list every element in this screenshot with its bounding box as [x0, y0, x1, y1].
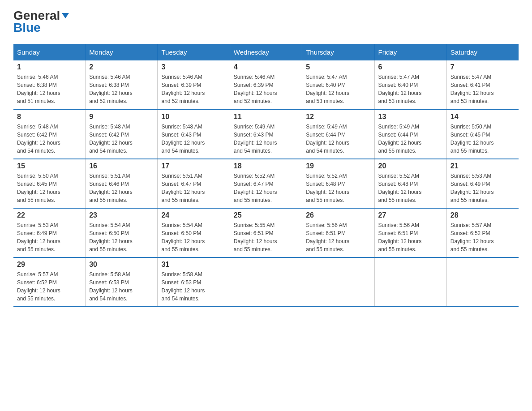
day-number: 7	[450, 63, 515, 71]
day-info: Sunrise: 5:52 AM Sunset: 6:47 PM Dayligh…	[234, 172, 298, 204]
week-row-5: 29 Sunrise: 5:57 AM Sunset: 6:52 PM Dayl…	[13, 257, 519, 307]
day-number: 13	[378, 113, 443, 121]
day-info: Sunrise: 5:50 AM Sunset: 6:45 PM Dayligh…	[17, 172, 82, 204]
day-info: Sunrise: 5:58 AM Sunset: 6:53 PM Dayligh…	[89, 270, 154, 303]
calendar-cell: 17 Sunrise: 5:51 AM Sunset: 6:47 PM Dayl…	[158, 159, 230, 208]
day-info: Sunrise: 5:49 AM Sunset: 6:44 PM Dayligh…	[378, 123, 443, 155]
calendar-cell: 14 Sunrise: 5:50 AM Sunset: 6:45 PM Dayl…	[446, 110, 519, 159]
day-number: 11	[234, 113, 298, 121]
calendar-cell: 3 Sunrise: 5:46 AM Sunset: 6:39 PM Dayli…	[158, 60, 230, 110]
calendar-cell: 26 Sunrise: 5:56 AM Sunset: 6:51 PM Dayl…	[302, 208, 374, 257]
calendar-cell: 21 Sunrise: 5:53 AM Sunset: 6:49 PM Dayl…	[446, 159, 519, 208]
day-number: 24	[161, 211, 226, 219]
calendar-cell: 5 Sunrise: 5:47 AM Sunset: 6:40 PM Dayli…	[302, 60, 374, 110]
logo-blue: Blue	[13, 21, 41, 35]
calendar-cell	[374, 257, 446, 307]
header-wednesday: Wednesday	[230, 44, 302, 60]
header-thursday: Thursday	[302, 44, 374, 60]
day-info: Sunrise: 5:56 AM Sunset: 6:51 PM Dayligh…	[378, 221, 443, 253]
calendar-cell: 13 Sunrise: 5:49 AM Sunset: 6:44 PM Dayl…	[374, 110, 446, 159]
calendar-cell: 9 Sunrise: 5:48 AM Sunset: 6:42 PM Dayli…	[86, 110, 158, 159]
calendar-cell: 18 Sunrise: 5:52 AM Sunset: 6:47 PM Dayl…	[230, 159, 302, 208]
day-number: 1	[17, 63, 82, 71]
calendar-cell: 20 Sunrise: 5:52 AM Sunset: 6:48 PM Dayl…	[374, 159, 446, 208]
day-info: Sunrise: 5:54 AM Sunset: 6:50 PM Dayligh…	[89, 221, 154, 253]
calendar-cell: 25 Sunrise: 5:55 AM Sunset: 6:51 PM Dayl…	[230, 208, 302, 257]
day-info: Sunrise: 5:48 AM Sunset: 6:43 PM Dayligh…	[161, 123, 226, 155]
header-saturday: Saturday	[446, 44, 519, 60]
week-row-2: 8 Sunrise: 5:48 AM Sunset: 6:42 PM Dayli…	[13, 110, 519, 159]
header-friday: Friday	[374, 44, 446, 60]
day-info: Sunrise: 5:56 AM Sunset: 6:51 PM Dayligh…	[306, 221, 370, 253]
calendar-cell	[302, 257, 374, 307]
calendar-cell: 31 Sunrise: 5:58 AM Sunset: 6:53 PM Dayl…	[158, 257, 230, 307]
day-number: 20	[378, 162, 443, 170]
day-info: Sunrise: 5:51 AM Sunset: 6:47 PM Dayligh…	[161, 172, 226, 204]
day-number: 15	[17, 162, 82, 170]
calendar-cell: 16 Sunrise: 5:51 AM Sunset: 6:46 PM Dayl…	[86, 159, 158, 208]
day-number: 14	[450, 113, 515, 121]
calendar-cell: 24 Sunrise: 5:54 AM Sunset: 6:50 PM Dayl…	[158, 208, 230, 257]
calendar-cell: 2 Sunrise: 5:46 AM Sunset: 6:38 PM Dayli…	[86, 60, 158, 110]
day-number: 9	[89, 113, 154, 121]
calendar-cell: 27 Sunrise: 5:56 AM Sunset: 6:51 PM Dayl…	[374, 208, 446, 257]
calendar-cell: 11 Sunrise: 5:49 AM Sunset: 6:43 PM Dayl…	[230, 110, 302, 159]
day-info: Sunrise: 5:46 AM Sunset: 6:38 PM Dayligh…	[89, 73, 154, 105]
day-number: 21	[450, 162, 515, 170]
day-info: Sunrise: 5:52 AM Sunset: 6:48 PM Dayligh…	[378, 172, 443, 204]
day-info: Sunrise: 5:52 AM Sunset: 6:48 PM Dayligh…	[306, 172, 370, 204]
day-info: Sunrise: 5:47 AM Sunset: 6:40 PM Dayligh…	[306, 73, 370, 105]
page-header: General Blue	[13, 9, 519, 35]
calendar-table: SundayMondayTuesdayWednesdayThursdayFrid…	[13, 44, 519, 307]
week-row-3: 15 Sunrise: 5:50 AM Sunset: 6:45 PM Dayl…	[13, 159, 519, 208]
day-number: 4	[234, 63, 298, 71]
calendar-cell: 22 Sunrise: 5:53 AM Sunset: 6:49 PM Dayl…	[13, 208, 86, 257]
day-info: Sunrise: 5:54 AM Sunset: 6:50 PM Dayligh…	[161, 221, 226, 253]
day-number: 29	[17, 261, 82, 269]
day-number: 3	[161, 63, 226, 71]
day-number: 23	[89, 211, 154, 219]
day-number: 5	[306, 63, 370, 71]
header-tuesday: Tuesday	[158, 44, 230, 60]
day-info: Sunrise: 5:58 AM Sunset: 6:53 PM Dayligh…	[161, 270, 226, 303]
day-number: 31	[161, 261, 226, 269]
day-info: Sunrise: 5:48 AM Sunset: 6:42 PM Dayligh…	[17, 123, 82, 155]
day-number: 8	[17, 113, 82, 121]
calendar-cell: 19 Sunrise: 5:52 AM Sunset: 6:48 PM Dayl…	[302, 159, 374, 208]
calendar-cell: 1 Sunrise: 5:46 AM Sunset: 6:38 PM Dayli…	[13, 60, 86, 110]
day-info: Sunrise: 5:50 AM Sunset: 6:45 PM Dayligh…	[450, 123, 515, 155]
week-row-1: 1 Sunrise: 5:46 AM Sunset: 6:38 PM Dayli…	[13, 60, 519, 110]
day-number: 30	[89, 261, 154, 269]
day-info: Sunrise: 5:46 AM Sunset: 6:39 PM Dayligh…	[161, 73, 226, 105]
calendar-cell: 8 Sunrise: 5:48 AM Sunset: 6:42 PM Dayli…	[13, 110, 86, 159]
day-info: Sunrise: 5:46 AM Sunset: 6:38 PM Dayligh…	[17, 73, 82, 105]
day-number: 18	[234, 162, 298, 170]
day-number: 10	[161, 113, 226, 121]
logo: General Blue	[13, 9, 69, 35]
calendar-cell: 12 Sunrise: 5:49 AM Sunset: 6:44 PM Dayl…	[302, 110, 374, 159]
calendar-cell: 28 Sunrise: 5:57 AM Sunset: 6:52 PM Dayl…	[446, 208, 519, 257]
day-info: Sunrise: 5:51 AM Sunset: 6:46 PM Dayligh…	[89, 172, 154, 204]
day-number: 17	[161, 162, 226, 170]
calendar-cell	[230, 257, 302, 307]
day-info: Sunrise: 5:48 AM Sunset: 6:42 PM Dayligh…	[89, 123, 154, 155]
calendar-cell: 29 Sunrise: 5:57 AM Sunset: 6:52 PM Dayl…	[13, 257, 86, 307]
day-info: Sunrise: 5:57 AM Sunset: 6:52 PM Dayligh…	[17, 270, 82, 303]
calendar-cell: 15 Sunrise: 5:50 AM Sunset: 6:45 PM Dayl…	[13, 159, 86, 208]
day-info: Sunrise: 5:46 AM Sunset: 6:39 PM Dayligh…	[234, 73, 298, 105]
week-row-4: 22 Sunrise: 5:53 AM Sunset: 6:49 PM Dayl…	[13, 208, 519, 257]
day-number: 28	[450, 211, 515, 219]
day-info: Sunrise: 5:47 AM Sunset: 6:41 PM Dayligh…	[450, 73, 515, 105]
calendar-cell: 30 Sunrise: 5:58 AM Sunset: 6:53 PM Dayl…	[86, 257, 158, 307]
day-number: 22	[17, 211, 82, 219]
day-number: 2	[89, 63, 154, 71]
day-info: Sunrise: 5:53 AM Sunset: 6:49 PM Dayligh…	[17, 221, 82, 253]
calendar-cell	[446, 257, 519, 307]
day-info: Sunrise: 5:49 AM Sunset: 6:43 PM Dayligh…	[234, 123, 298, 155]
day-number: 12	[306, 113, 370, 121]
day-info: Sunrise: 5:55 AM Sunset: 6:51 PM Dayligh…	[234, 221, 298, 253]
calendar-cell: 10 Sunrise: 5:48 AM Sunset: 6:43 PM Dayl…	[158, 110, 230, 159]
day-number: 6	[378, 63, 443, 71]
day-info: Sunrise: 5:53 AM Sunset: 6:49 PM Dayligh…	[450, 172, 515, 204]
calendar-cell: 4 Sunrise: 5:46 AM Sunset: 6:39 PM Dayli…	[230, 60, 302, 110]
